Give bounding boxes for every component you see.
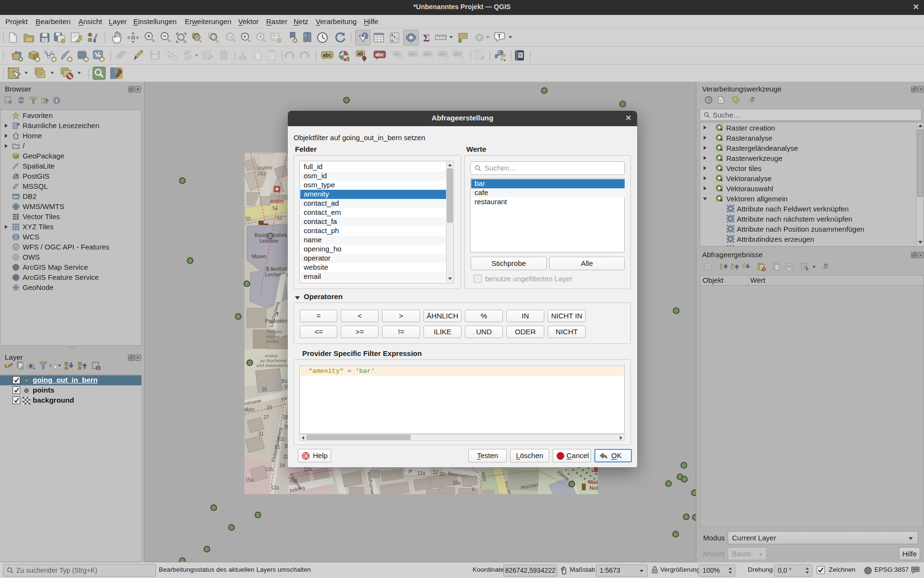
svg-text:12: 12 [433,470,438,475]
svg-text:Neufeld: Neufeld [256,165,272,171]
svg-text:Kocher: Kocher [266,334,281,339]
svg-text:1:1: 1:1 [228,35,232,39]
svg-text:Institut: Institut [265,354,278,358]
svg-text:15a: 15a [245,477,254,483]
svg-text:†: † [276,310,279,317]
svg-text:26: 26 [262,387,268,392]
svg-text:27: 27 [264,415,270,420]
svg-text:52: 52 [277,215,282,221]
svg-text:Musen: Musen [252,254,266,259]
svg-text:ab: ab [358,51,363,56]
svg-text:abc: abc [454,52,462,56]
svg-text:20a: 20a [453,480,461,486]
svg-text:14: 14 [280,463,285,468]
svg-text:Pauluskirch: Pauluskirch [265,318,290,324]
svg-text:12a: 12a [417,471,425,476]
svg-text:2&3: 2&3 [257,171,266,176]
svg-text:abc: abc [424,52,432,56]
svg-text:20: 20 [439,472,445,477]
svg-text:Nof: Nof [590,485,599,491]
svg-text:i: i [56,98,57,103]
svg-text:12a: 12a [271,485,279,490]
svg-text:abc: abc [323,53,332,58]
svg-text:12b: 12b [265,467,273,472]
svg-text:abc: abc [409,52,417,56]
svg-text:abc: abc [439,52,447,56]
svg-text:50: 50 [245,216,251,222]
svg-text:T: T [498,33,501,39]
svg-text:Wall: Wall [589,479,599,485]
svg-text:6: 6 [472,487,475,492]
svg-text:ab: ab [394,52,399,56]
svg-text:Σ: Σ [423,32,430,44]
svg-text:31: 31 [258,431,264,436]
svg-text:ε: ε [50,361,52,368]
svg-text:Institut: Institut [266,339,279,344]
svg-text:Theodor: Theodor [266,329,283,334]
svg-text:28: 28 [282,415,288,420]
svg-text:?: ? [519,53,522,58]
svg-text:21: 21 [275,445,281,450]
svg-text:jur Biochemie: jur Biochemie [260,358,287,363]
svg-text:Unitobler: Unitobler [259,238,279,244]
svg-text:12a: 12a [304,467,312,472]
svg-text:dizin: dizin [244,407,255,412]
svg-text:P: P [409,469,412,474]
svg-text:a: a [93,38,96,43]
svg-text:abc: abc [375,52,384,57]
svg-text:B bl othek: B bl othek [266,266,288,272]
svg-text:DB2: DB2 [13,196,19,198]
